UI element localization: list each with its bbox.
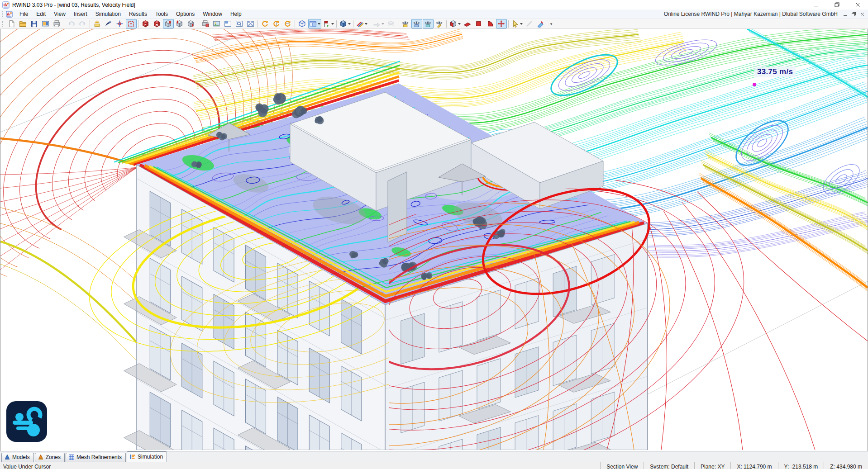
toolbar-items xyxy=(6,19,546,28)
tab-mesh-refinements[interactable]: Mesh Refinements xyxy=(66,453,126,462)
measure-icon xyxy=(525,20,533,28)
tab-zones[interactable]: Zones xyxy=(35,453,65,462)
section-plane-button[interactable] xyxy=(126,19,137,28)
menu-help[interactable]: Help xyxy=(226,10,246,18)
streamlines-button[interactable] xyxy=(386,19,396,28)
toolbar-separator xyxy=(336,20,337,28)
minimize-button[interactable] xyxy=(806,0,826,9)
select-pointer-button[interactable] xyxy=(510,19,524,28)
show-results-button[interactable] xyxy=(411,19,422,28)
dropdown-arrow-icon xyxy=(365,23,367,25)
show-mesh-button[interactable] xyxy=(423,19,434,28)
mdi-minimize-button[interactable] xyxy=(841,11,849,17)
cubex-icon xyxy=(153,20,161,28)
view-manager-button[interactable] xyxy=(308,19,321,28)
application-window: RWIND 3.03 Pro - [wind 03, Results, Velo… xyxy=(0,0,868,469)
window-controls xyxy=(806,0,868,9)
zones-icon xyxy=(38,454,44,460)
results-surfaces-button[interactable] xyxy=(163,19,174,28)
toolbar-overflow-button[interactable]: ▾ xyxy=(548,19,554,28)
print-graphic-button[interactable] xyxy=(200,19,211,28)
print-button[interactable] xyxy=(52,19,62,28)
status-hint: Value Under Cursor xyxy=(0,464,51,469)
models-icon xyxy=(4,454,10,460)
menu-view[interactable]: View xyxy=(50,10,70,18)
halfred-icon xyxy=(486,20,494,28)
cubeperson2-icon xyxy=(176,20,183,28)
clip-plane-x-button[interactable] xyxy=(462,19,473,28)
menu-edit[interactable]: Edit xyxy=(32,10,50,18)
title-bar: RWIND 3.03 Pro - [wind 03, Results, Velo… xyxy=(0,0,868,9)
stop-simulation-button[interactable] xyxy=(152,19,162,28)
menu-window[interactable]: Window xyxy=(199,10,226,18)
bluecube-icon xyxy=(339,20,347,28)
mesh-settings-button[interactable] xyxy=(92,19,103,28)
wind-direction-button[interactable] xyxy=(322,19,335,28)
rotate-ccw-button[interactable] xyxy=(271,19,282,28)
restore-button[interactable] xyxy=(826,0,847,9)
dropdown-arrow-icon xyxy=(348,23,351,25)
edit-visibility-button[interactable] xyxy=(434,19,445,28)
panel-control-button[interactable] xyxy=(40,19,51,28)
toolbar-grip[interactable] xyxy=(2,21,4,27)
save-project-button[interactable] xyxy=(29,19,40,28)
menu-options[interactable]: Options xyxy=(172,10,199,18)
probe-point-marker xyxy=(753,83,756,86)
wind-profile-button[interactable] xyxy=(103,19,114,28)
tab-simulation[interactable]: Simulation xyxy=(127,451,167,462)
clip-plane-y-button[interactable] xyxy=(473,19,484,28)
photo-icon xyxy=(213,20,220,28)
zoom-window-button[interactable] xyxy=(234,19,245,28)
undo-button[interactable] xyxy=(66,19,77,28)
printer-icon xyxy=(53,20,61,28)
zoom-extents-button[interactable] xyxy=(245,19,256,28)
mesh-refinements-icon xyxy=(68,454,75,460)
isometric-view-button[interactable] xyxy=(297,19,308,28)
mdi-close-button[interactable] xyxy=(858,11,866,17)
clip-plane-z-button[interactable] xyxy=(485,19,496,28)
erase-icon xyxy=(537,20,544,28)
tab-label: Zones xyxy=(46,454,61,460)
new-model-button[interactable] xyxy=(6,19,17,28)
results-isolines-button[interactable] xyxy=(174,19,185,28)
mdi-restore-button[interactable] xyxy=(850,11,857,17)
menu-insert[interactable]: Insert xyxy=(70,10,91,18)
redo-icon xyxy=(79,20,86,28)
viewport-3d[interactable]: 33.75 m/s xyxy=(0,29,868,451)
results-isosurfaces-button[interactable] xyxy=(186,19,196,28)
menu-items: FileEditViewInsertSimulationResultsTools… xyxy=(15,10,246,18)
document-icon[interactable] xyxy=(6,11,13,18)
tab-models[interactable]: Models xyxy=(1,453,34,462)
show-model-button[interactable] xyxy=(400,19,411,28)
full-window-button[interactable] xyxy=(223,19,234,28)
start-simulation-button[interactable] xyxy=(140,19,151,28)
save-image-button[interactable] xyxy=(211,19,222,28)
rotate-view-button[interactable] xyxy=(260,19,271,28)
measure-button[interactable] xyxy=(524,19,535,28)
menu-simulation[interactable]: Simulation xyxy=(91,10,125,18)
delete-results-button[interactable] xyxy=(535,19,546,28)
model-center-button[interactable] xyxy=(114,19,125,28)
display-mode-button[interactable] xyxy=(339,19,352,28)
menu-tools[interactable]: Tools xyxy=(151,10,172,18)
window-title: RWIND 3.03 Pro - [wind 03, Results, Velo… xyxy=(12,2,135,8)
menubar-grip[interactable] xyxy=(2,11,4,17)
clipping-box-button[interactable] xyxy=(448,19,462,28)
menu-results[interactable]: Results xyxy=(125,10,151,18)
toolbar-separator xyxy=(398,20,398,28)
close-button[interactable] xyxy=(847,0,868,9)
rotate-cw-button[interactable] xyxy=(282,19,293,28)
folder-icon xyxy=(19,20,27,28)
toolbar-separator xyxy=(64,20,64,28)
slab-icon xyxy=(463,20,471,28)
menu-file[interactable]: File xyxy=(15,10,32,18)
color-scale-button[interactable] xyxy=(355,19,368,28)
flow-arrows-button[interactable] xyxy=(372,19,385,28)
crosshair-icon xyxy=(116,20,124,28)
layout-icon xyxy=(224,20,232,28)
redo-button[interactable] xyxy=(77,19,88,28)
dotsquare-icon xyxy=(127,20,135,28)
license-info: Online License RWIND Pro | Mahyar Kazemi… xyxy=(664,11,841,17)
open-project-button[interactable] xyxy=(18,19,29,28)
move-section-plane-button[interactable] xyxy=(496,19,507,28)
